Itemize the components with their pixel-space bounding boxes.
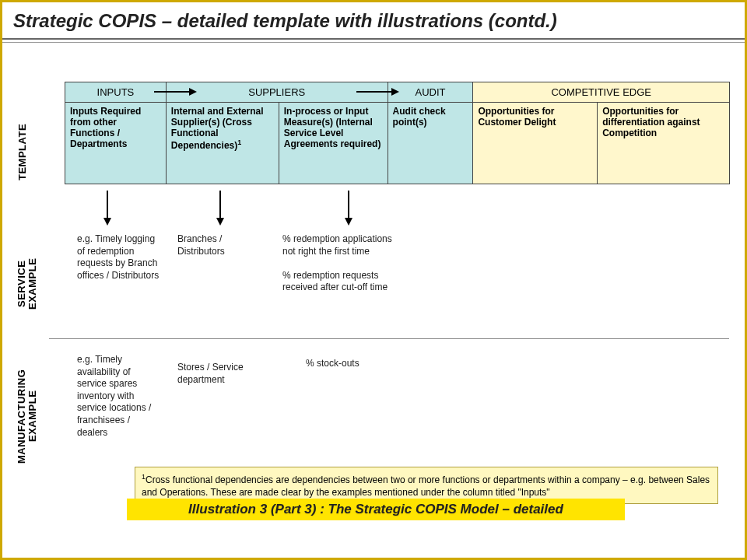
arrow-inputs-to-suppliers-icon bbox=[154, 88, 197, 96]
down-arrow-1-icon bbox=[103, 191, 111, 226]
divider-top-thick bbox=[2, 38, 745, 40]
service-example-measures: % redemption applications not right the … bbox=[282, 233, 399, 294]
slide-body: TEMPLATE SERVICE EXAMPLE MANUFACTURING E… bbox=[2, 43, 745, 525]
section-label-template: TEMPLATE bbox=[16, 97, 28, 206]
header-audit: AUDIT bbox=[388, 82, 473, 103]
header-inputs: INPUTS bbox=[65, 82, 167, 103]
mfg-example-suppliers: Stores / Service department bbox=[177, 362, 271, 386]
cell-edge-b: Opportunities for differentiation agains… bbox=[598, 103, 730, 184]
copis-template-table: INPUTS SUPPLIERS AUDIT COMPETITIVE EDGE … bbox=[65, 82, 730, 184]
down-arrow-3-icon bbox=[345, 191, 352, 226]
header-suppliers: SUPPLIERS bbox=[166, 82, 388, 103]
section-label-manufacturing: MANUFACTURING EXAMPLE bbox=[16, 350, 39, 482]
mfg-example-measures: % stock-outs bbox=[306, 358, 399, 370]
down-arrow-2-icon bbox=[216, 191, 224, 226]
section-divider bbox=[49, 338, 729, 339]
footnote-marker: 1 bbox=[237, 138, 241, 146]
cell-suppliers-b: In-process or Input Measure(s) (Internal… bbox=[279, 103, 388, 184]
illustration-caption: Illustration 3 (Part 3) : The Strategic … bbox=[127, 499, 625, 520]
service-example-suppliers: Branches / Distributors bbox=[177, 233, 263, 257]
cell-inputs: Inputs Required from other Functions / D… bbox=[65, 103, 167, 184]
cell-suppliers-a: Internal and External Supplier(s) (Cross… bbox=[166, 103, 279, 184]
footnote-text: Cross functional dependencies are depend… bbox=[142, 474, 710, 498]
slide-title: Strategic COPIS – detailed template with… bbox=[2, 2, 745, 38]
header-competitive-edge: COMPETITIVE EDGE bbox=[473, 82, 730, 103]
section-label-service: SERVICE EXAMPLE bbox=[16, 237, 39, 331]
service-example-inputs: e.g. Timely logging of redemption reques… bbox=[77, 233, 163, 282]
cell-audit: Audit check point(s) bbox=[388, 103, 473, 184]
mfg-example-inputs: e.g. Timely availability of service spar… bbox=[77, 354, 163, 439]
arrow-suppliers-to-audit-icon bbox=[356, 88, 399, 96]
cell-edge-a: Opportunities for Customer Delight bbox=[473, 103, 598, 184]
